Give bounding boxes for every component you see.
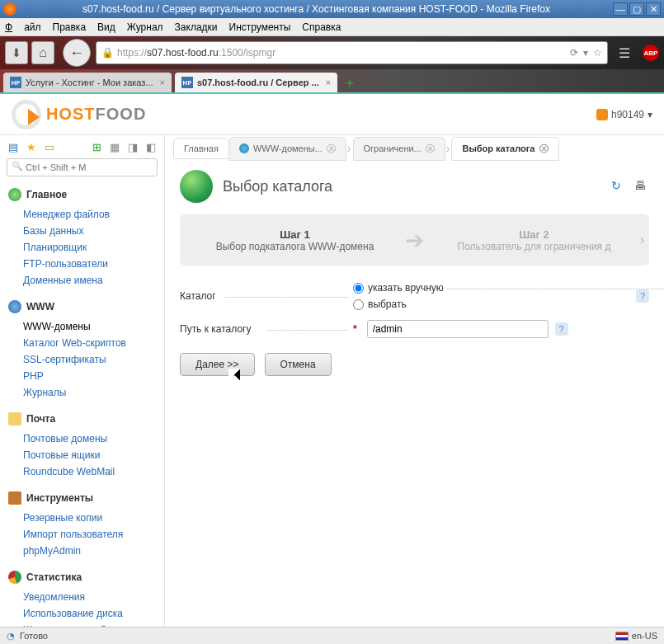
sb-tabs-icon[interactable]: ▭ — [43, 140, 56, 153]
help-icon[interactable]: ? — [555, 322, 568, 336]
sidebar-toolbar: ▤ ★ ▭ ⊞ ▦ ◨ ◧ — [0, 139, 164, 158]
minimize-button[interactable]: — — [613, 2, 628, 16]
navigation-toolbar: ⬇ ⌂ ← 🔒 https:// s07.host-food.ru :1500 … — [0, 36, 664, 69]
menu-view[interactable]: Вид — [97, 21, 115, 33]
menu-tools[interactable]: Инструменты — [229, 21, 291, 33]
next-button[interactable]: Далее >> — [180, 353, 255, 376]
menubar: Файл Правка Вид Журнал Закладки Инструме… — [0, 18, 664, 36]
new-tab-button[interactable]: + — [341, 74, 359, 92]
sidebar-search[interactable] — [7, 158, 158, 176]
tab-2[interactable]: HF s07.host-food.ru / Сервер ... × — [175, 73, 337, 92]
sidebar-search-input[interactable] — [7, 158, 158, 176]
sidebar-item[interactable]: SSL-сертификаты — [23, 351, 164, 368]
crumb-1[interactable]: WWW-домены...ⓧ — [228, 137, 346, 161]
stat-icon — [8, 571, 21, 584]
user-menu[interactable]: h90149 ▾ — [596, 109, 652, 120]
sidebar-item[interactable]: Журналы — [23, 384, 164, 401]
crumb-close[interactable]: ⓧ — [327, 143, 336, 155]
menu-file[interactable]: Файл — [5, 21, 41, 33]
menu-help[interactable]: Справка — [302, 21, 341, 33]
group-main-header[interactable]: Главное — [0, 185, 164, 204]
crumb-close[interactable]: ⓧ — [539, 143, 549, 155]
tab-2-close[interactable]: × — [326, 78, 331, 87]
sidebar-item[interactable]: Уведомления — [23, 589, 164, 605]
sidebar-item[interactable]: Roundcube WebMail — [23, 463, 164, 480]
crumb-2[interactable]: Ограничени...ⓧ — [353, 137, 445, 161]
url-port: :1500 — [219, 47, 243, 59]
user-icon — [596, 109, 608, 120]
sidebar-item[interactable]: Базы данных — [23, 223, 164, 239]
globe-icon — [180, 170, 213, 203]
group-mail-header[interactable]: Почта — [0, 409, 164, 429]
home-button[interactable]: ⌂ — [31, 41, 54, 64]
help-icon[interactable]: ? — [636, 289, 649, 303]
adblock-icon[interactable]: ABP — [643, 45, 659, 61]
sb-list-icon[interactable]: ▤ — [7, 140, 20, 153]
close-button[interactable]: ✕ — [646, 2, 661, 16]
firefox-icon — [3, 2, 16, 16]
sidebar-item[interactable]: Менеджер файлов — [23, 206, 164, 223]
crumb-current[interactable]: Выбор каталогаⓧ — [451, 137, 558, 161]
sidebar-item[interactable]: phpMyAdmin — [23, 543, 164, 559]
sidebar-item-active[interactable]: WWW-домены — [23, 318, 164, 335]
sb-expand-icon[interactable]: ◨ — [126, 140, 139, 153]
menu-bookmarks[interactable]: Закладки — [175, 21, 218, 33]
radio-manual-input[interactable] — [353, 283, 364, 294]
radio-manual[interactable]: указать вручную — [353, 282, 444, 294]
sidebar-item[interactable]: FTP-пользователи — [23, 256, 164, 272]
maximize-button[interactable]: ▢ — [629, 2, 644, 16]
sidebar-item[interactable]: Почтовые ящики — [23, 447, 164, 463]
sidebar-item[interactable]: Импорт пользователя — [23, 526, 164, 543]
tab-1-close[interactable]: × — [160, 78, 165, 87]
sidebar-item[interactable]: Журнал операций — [23, 622, 164, 627]
back-button[interactable]: ← — [63, 39, 91, 67]
tab-2-label: s07.host-food.ru / Сервер ... — [197, 78, 319, 87]
group-main: Главное Менеджер файлов Базы данных План… — [0, 185, 164, 290]
button-row: Далее >> Отмена — [180, 353, 649, 376]
sidebar-item[interactable]: Каталог Web-скриптов — [23, 335, 164, 351]
arrow-right-icon: ➔ — [405, 227, 424, 254]
sidebar-item[interactable]: Резервные копии — [23, 510, 164, 526]
url-input[interactable] — [275, 47, 565, 59]
tab-1[interactable]: HF Услуги - Хостинг - Мои заказ... × — [3, 73, 172, 92]
sb-grid-icon[interactable]: ▦ — [108, 140, 121, 153]
reload-button[interactable]: ⟳ — [570, 47, 578, 59]
sidebar-item[interactable]: Использование диска — [23, 605, 164, 622]
radio-select[interactable]: выбрать — [353, 298, 444, 310]
sidebar-item[interactable]: Планировщик — [23, 239, 164, 256]
cancel-button[interactable]: Отмена — [265, 353, 332, 376]
sidebar-item[interactable]: Доменные имена — [23, 272, 164, 289]
logo-mark — [12, 100, 41, 129]
group-tools: Инструменты Резервные копии Импорт польз… — [0, 488, 164, 561]
lock-icon: 🔒 — [101, 47, 114, 59]
url-bar[interactable]: 🔒 https:// s07.host-food.ru :1500 /ispmg… — [96, 41, 608, 64]
hamburger-menu[interactable]: ☰ — [613, 41, 636, 64]
content: Выбор каталога ↻ 🖶 Шаг 1 Выбор подкатало… — [165, 162, 664, 384]
sb-add-icon[interactable]: ⊞ — [90, 140, 103, 153]
crumb-close[interactable]: ⓧ — [426, 143, 435, 155]
downloads-button[interactable]: ⬇ — [5, 41, 28, 64]
url-host: s07.host-food.ru — [147, 47, 219, 59]
chevron-down-icon: ▾ — [648, 109, 652, 120]
page-title-row: Выбор каталога ↻ 🖶 — [180, 170, 649, 203]
menu-edit[interactable]: Правка — [53, 21, 87, 33]
radio-select-input[interactable] — [353, 299, 364, 310]
globe-icon — [8, 188, 21, 201]
sidebar-item[interactable]: Почтовые домены — [23, 430, 164, 447]
sb-collapse-icon[interactable]: ◧ — [144, 140, 158, 153]
refresh-button[interactable]: ↻ — [611, 179, 626, 194]
url-dropdown[interactable]: ▾ — [583, 47, 588, 59]
group-www-header[interactable]: WWW — [0, 297, 164, 317]
print-button[interactable]: 🖶 — [634, 179, 649, 194]
mail-icon — [8, 412, 21, 425]
path-input[interactable] — [367, 320, 549, 338]
status-lang[interactable]: en-US — [632, 631, 657, 641]
sb-star-icon[interactable]: ★ — [25, 140, 38, 153]
crumb-home[interactable]: Главная — [173, 138, 229, 159]
bookmark-star[interactable]: ☆ — [593, 47, 602, 59]
menu-journal[interactable]: Журнал — [127, 21, 163, 33]
group-tools-header[interactable]: Инструменты — [0, 488, 164, 508]
wizard-next-arrow[interactable]: › — [640, 233, 644, 247]
sidebar-item[interactable]: PHP — [23, 368, 164, 384]
group-stat-header[interactable]: Статистика — [0, 567, 164, 587]
